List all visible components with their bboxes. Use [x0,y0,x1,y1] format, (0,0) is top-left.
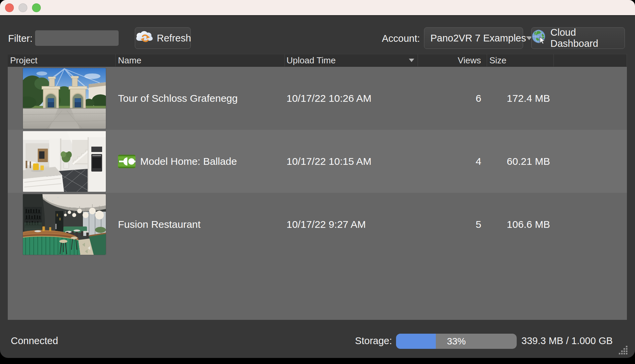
column-header-upload-time[interactable]: Upload Time [285,54,418,66]
minimize-button[interactable] [19,3,27,12]
column-header-size[interactable]: Size [487,54,554,66]
project-views: 5 [418,193,487,256]
filter-label: Filter: [8,33,33,44]
filter-input[interactable] [35,30,119,46]
column-header-project[interactable]: Project [8,54,116,66]
project-size: 106.6 MB [487,193,554,256]
column-header-views[interactable]: Views [418,54,487,66]
titlebar [0,0,635,16]
project-upload-time: 10/17/22 10:26 AM [285,67,418,130]
cloud-dashboard-button[interactable]: Cloud Dashboard [531,27,625,49]
refresh-label: Refresh [157,33,191,44]
project-name: Tour of Schloss Grafenegg [116,67,285,130]
table-header: Project Name Upload Time Views Size [8,54,627,67]
connection-status: Connected [11,335,58,346]
project-upload-time: 10/17/22 9:27 AM [285,193,418,256]
row-spacer [554,193,627,256]
account-dropdown[interactable]: Pano2VR 7 Examples [424,27,523,49]
storage-progress-bar: 33% [396,334,517,349]
cloud-refresh-icon [134,29,153,47]
account-label: Account: [382,33,420,44]
project-thumbnail [8,193,116,256]
project-thumbnail [8,130,116,193]
projects-table: Project Name Upload Time Views Size [8,54,627,320]
column-header-name[interactable]: Name [116,54,285,66]
plugin-connected-icon [118,155,135,168]
table-row[interactable]: Tour of Schloss Grafenegg 10/17/22 10:26… [8,67,627,130]
project-size: 172.4 MB [487,67,554,130]
storage-label: Storage: [352,335,392,346]
project-views: 6 [418,67,487,130]
cloud-dashboard-label: Cloud Dashboard [550,27,625,49]
table-row[interactable]: Model Home: Ballade 10/17/22 10:15 AM 4 … [8,130,627,193]
project-name: Fusion Restaurant [116,193,285,256]
row-spacer [554,67,627,130]
column-header-spacer [554,54,627,66]
storage-percent: 33% [396,334,517,349]
table-row[interactable]: Fusion Restaurant 10/17/22 9:27 AM 5 106… [8,193,627,256]
resize-grip-icon[interactable] [619,346,628,356]
project-upload-time: 10/17/22 10:15 AM [285,130,418,193]
project-name: Model Home: Ballade [116,130,285,193]
storage-usage: 339.3 MB / 1.000 GB [521,335,613,346]
app-window: Filter: Refresh Account: Pano2VR 7 Examp… [0,0,635,358]
project-views: 4 [418,130,487,193]
close-button[interactable] [5,3,14,12]
project-size: 60.21 MB [487,130,554,193]
project-thumbnail [8,67,116,130]
refresh-button[interactable]: Refresh [135,27,191,49]
upload-time-header-label: Upload Time [286,55,336,66]
globe-cursor-icon [532,29,547,47]
account-selected-value: Pano2VR 7 Examples [430,33,526,44]
zoom-button[interactable] [32,3,41,12]
row-spacer [554,130,627,193]
sort-descending-triangle [409,59,414,62]
